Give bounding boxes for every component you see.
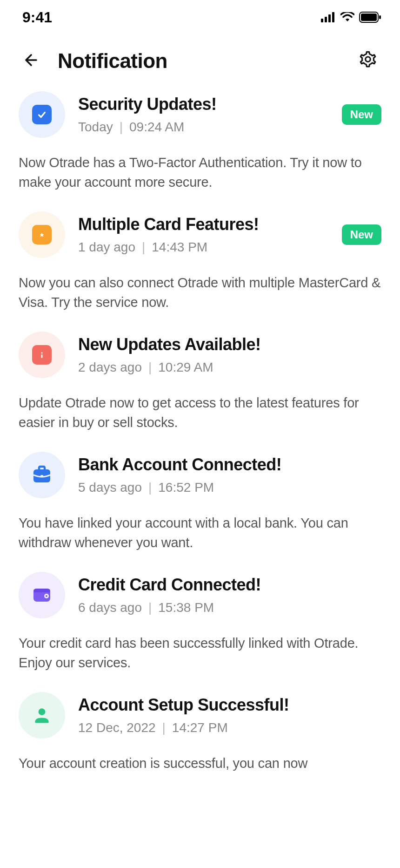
svg-rect-0 [321, 19, 323, 22]
new-badge: New [342, 224, 381, 245]
notification-icon-wrapper [19, 692, 65, 739]
notification-item[interactable]: Credit Card Connected! 6 days ago | 15:3… [19, 572, 381, 672]
back-button[interactable] [19, 47, 44, 74]
notification-time: 10:29 AM [158, 360, 213, 375]
svg-rect-5 [361, 14, 377, 21]
notification-item[interactable]: New Updates Available! 2 days ago | 10:2… [19, 332, 381, 432]
notification-content: Security Updates! Today | 09:24 AM [78, 95, 329, 135]
notification-date: Today [78, 120, 113, 135]
status-icons [321, 12, 381, 23]
svg-point-7 [366, 57, 371, 62]
info-icon [32, 345, 52, 365]
notification-content: Bank Account Connected! 5 days ago | 16:… [78, 455, 381, 495]
meta-separator: | [148, 480, 152, 495]
notification-meta: 1 day ago | 14:43 PM [78, 240, 329, 255]
header: Notification [0, 33, 400, 91]
notification-header: New Updates Available! 2 days ago | 10:2… [19, 332, 381, 378]
notifications-list: Security Updates! Today | 09:24 AM New N… [0, 91, 400, 773]
notification-body: Your credit card has been successfully l… [19, 633, 381, 672]
notification-title: Credit Card Connected! [78, 575, 381, 595]
svg-rect-6 [379, 15, 381, 19]
meta-separator: | [148, 360, 152, 375]
notification-meta: 6 days ago | 15:38 PM [78, 600, 381, 615]
notification-content: Multiple Card Features! 1 day ago | 14:4… [78, 215, 329, 255]
notification-meta: Today | 09:24 AM [78, 120, 329, 135]
notification-body: Now you can also connect Otrade with mul… [19, 273, 381, 312]
signal-icon [321, 12, 336, 22]
notification-header: Security Updates! Today | 09:24 AM New [19, 91, 381, 138]
arrow-left-icon [22, 51, 40, 69]
notification-date: 1 day ago [78, 240, 135, 255]
page-title: Notification [58, 49, 340, 73]
notification-time: 09:24 AM [129, 120, 184, 135]
notification-icon-wrapper [19, 572, 65, 618]
notification-title: Bank Account Connected! [78, 455, 381, 475]
wallet-icon [31, 584, 53, 606]
briefcase-icon [31, 464, 53, 486]
notification-body: Update Otrade now to get access to the l… [19, 393, 381, 432]
ticket-icon [32, 225, 52, 244]
notification-icon-wrapper [19, 452, 65, 498]
notification-item[interactable]: Security Updates! Today | 09:24 AM New N… [19, 91, 381, 192]
gear-icon [358, 50, 378, 70]
notification-time: 14:43 PM [152, 240, 207, 255]
notification-title: Security Updates! [78, 95, 329, 114]
check-icon [32, 105, 52, 124]
notification-icon-wrapper [19, 211, 65, 258]
notification-time: 16:52 PM [158, 480, 214, 495]
notification-header: Multiple Card Features! 1 day ago | 14:4… [19, 211, 381, 258]
svg-rect-3 [332, 12, 334, 22]
notification-header: Account Setup Successful! 12 Dec, 2022 |… [19, 692, 381, 739]
notification-icon-wrapper [19, 332, 65, 378]
notification-time: 15:38 PM [158, 600, 214, 615]
person-icon [32, 705, 52, 726]
svg-rect-11 [40, 475, 43, 477]
svg-point-8 [41, 352, 42, 353]
notification-date: 5 days ago [78, 480, 142, 495]
notification-time: 14:27 PM [172, 720, 228, 735]
svg-rect-1 [325, 17, 327, 22]
notification-item[interactable]: Bank Account Connected! 5 days ago | 16:… [19, 452, 381, 552]
svg-rect-2 [328, 14, 331, 22]
svg-point-17 [39, 709, 46, 716]
meta-separator: | [148, 600, 152, 615]
notification-content: Account Setup Successful! 12 Dec, 2022 |… [78, 695, 381, 735]
notification-date: 12 Dec, 2022 [78, 720, 156, 735]
notification-date: 2 days ago [78, 360, 142, 375]
status-bar: 9:41 [0, 0, 400, 33]
notification-item[interactable]: Account Setup Successful! 12 Dec, 2022 |… [19, 692, 381, 773]
status-time: 9:41 [22, 9, 52, 26]
meta-separator: | [162, 720, 166, 735]
wifi-icon [340, 12, 354, 22]
notification-meta: 12 Dec, 2022 | 14:27 PM [78, 720, 381, 735]
new-badge: New [342, 104, 381, 125]
notification-body: Now Otrade has a Two-Factor Authenticati… [19, 153, 381, 192]
notification-meta: 5 days ago | 16:52 PM [78, 480, 381, 495]
svg-rect-9 [41, 354, 43, 358]
notification-date: 6 days ago [78, 600, 142, 615]
settings-button[interactable] [354, 47, 381, 75]
notification-item[interactable]: Multiple Card Features! 1 day ago | 14:4… [19, 211, 381, 312]
notification-header: Credit Card Connected! 6 days ago | 15:3… [19, 572, 381, 618]
notification-title: New Updates Available! [78, 335, 381, 354]
meta-separator: | [120, 120, 123, 135]
notification-meta: 2 days ago | 10:29 AM [78, 360, 381, 375]
meta-separator: | [142, 240, 145, 255]
notification-content: Credit Card Connected! 6 days ago | 15:3… [78, 575, 381, 615]
notification-title: Account Setup Successful! [78, 695, 381, 715]
svg-rect-14 [33, 591, 50, 592]
svg-point-16 [46, 595, 47, 597]
notification-title: Multiple Card Features! [78, 215, 329, 234]
notification-content: New Updates Available! 2 days ago | 10:2… [78, 335, 381, 375]
notification-body: Your account creation is successful, you… [19, 753, 381, 773]
notification-icon-wrapper [19, 91, 65, 138]
notification-header: Bank Account Connected! 5 days ago | 16:… [19, 452, 381, 498]
notification-body: You have linked your account with a loca… [19, 513, 381, 552]
battery-icon [359, 12, 381, 23]
